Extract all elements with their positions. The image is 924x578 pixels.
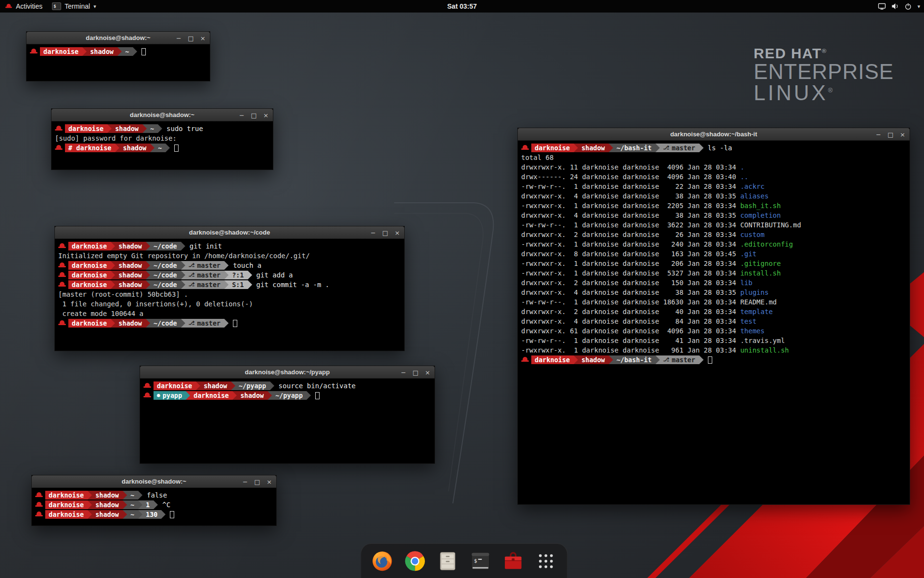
powerline-separator [224,271,229,279]
minimize-button[interactable]: − [176,35,182,42]
prompt-segment-user: darknoise [45,491,88,499]
prompt-segment-user: darknoise [154,381,196,390]
activities-button[interactable]: Activities [0,0,47,13]
terminal-prompt-line: darknoiseshadow~/bash-it⎇masterls -la [521,143,906,153]
output-text: drwxrwxr-x. 11 darknoise darknoise 4096 … [521,162,740,172]
git-branch-icon: ⎇ [663,355,669,365]
prompt-segment-user: darknoise [190,391,232,400]
redhat-prompt-icon [521,356,529,363]
maximize-button[interactable]: □ [887,131,894,138]
maximize-button[interactable]: □ [251,112,257,119]
powerline-separator [142,124,147,133]
terminal-prompt-line: darknoiseshadow~/code⎇mastertouch a [58,261,401,270]
prompt-segment-git: ⎇master [660,355,699,364]
powerline-separator [138,510,142,519]
file-cabinet-icon [436,550,459,572]
dock-item-chrome[interactable] [402,549,427,574]
output-text: drwxrwxr-x. 2 darknoise darknoise 40 Jan… [521,307,740,316]
terminal-output-line: drwxrwxr-x. 2 darknoise darknoise 150 Ja… [521,278,906,288]
terminal-content[interactable]: darknoiseshadow~/codegit initInitialized… [55,239,404,351]
dock-item-files[interactable] [435,549,460,574]
window-titlebar[interactable]: darknoise@shadow:~ − □ × [32,475,276,488]
terminal-output-line: -rwxrwxr-x. 1 darknoise darknoise 961 Ja… [521,345,906,355]
terminal-prompt-line: ●pyappdarknoiseshadow~/pyapp [143,391,431,400]
powerline-separator [655,144,660,152]
prompt-segment-path: ~ [147,124,158,133]
close-button[interactable]: × [899,131,906,138]
powerline-separator [146,261,150,270]
output-text: -rw-rw-r--. 1 darknoise darknoise 22 Jan… [521,182,740,191]
python-icon: ● [157,391,160,400]
minimize-button[interactable]: − [875,131,882,138]
powerline-separator [123,510,127,519]
file-name: .ackrc [740,182,765,191]
maximize-button[interactable]: □ [188,35,194,42]
powerline-separator [123,491,127,499]
terminal-prompt-line: # darknoiseshadow~ [55,143,270,153]
git-branch-icon: ⎇ [189,270,195,280]
close-button[interactable]: × [200,35,206,42]
powerline-separator [146,319,150,328]
minimize-button[interactable]: − [400,369,407,376]
maximize-button[interactable]: □ [254,478,260,486]
terminal-prompt-line: darknoiseshadow~130 [35,510,273,519]
prompt-segment-path: ~/code [150,242,181,250]
file-name: test [740,316,757,326]
window-titlebar[interactable]: darknoise@shadow:~/code − □ × [55,226,404,239]
maximize-button[interactable]: □ [412,369,419,376]
prompt-segment-path: ~ [154,144,166,152]
output-text: total 68 [521,153,553,162]
window-titlebar[interactable]: darknoise@shadow:~/pyapp − □ × [140,366,435,379]
window-titlebar[interactable]: darknoise@shadow:~ − □ × [51,109,273,121]
terminal-output-line: -rwxrwxr-x. 1 darknoise darknoise 2205 J… [521,201,906,210]
window-titlebar[interactable]: darknoise@shadow:~/bash-it − □ × [518,128,910,141]
command-text: ls -la [704,143,732,153]
maximize-button[interactable]: □ [382,229,388,236]
terminal-window-bash-it: darknoise@shadow:~/bash-it − □ × darknoi… [517,128,910,505]
svg-text:$: $ [474,557,477,563]
powerline-separator [138,500,142,509]
terminal-content[interactable]: darknoiseshadow~falsedarknoiseshadow~1^C… [32,488,276,525]
terminal-content[interactable]: darknoiseshadow~ [26,44,210,81]
command-text: source bin/activate [274,381,356,391]
powerline-separator [111,271,115,279]
dock-item-terminal[interactable]: $ [468,549,493,574]
minimize-button[interactable]: − [239,112,245,119]
prompt-segment-path: ~ [127,510,138,519]
close-button[interactable]: × [266,478,272,486]
redhat-prompt-icon [58,320,66,327]
git-branch-icon: ⎇ [189,261,195,270]
prompt-segment-host: shadow [115,242,146,250]
prompt-segment-user: darknoise [531,355,574,364]
system-status-area[interactable]: ▾ [878,0,920,13]
file-name: completion [740,210,781,220]
powerline-separator [609,144,613,152]
dock-item-toolbox[interactable] [500,549,526,574]
terminal-content[interactable]: darknoiseshadow~/pyappsource bin/activat… [140,379,435,463]
command-text: ^C [158,500,170,510]
powerline-separator [248,271,252,279]
close-button[interactable]: × [263,112,269,119]
prompt-segment-path: ~ [122,47,133,56]
terminal-content[interactable]: darknoiseshadow~sudo true[sudo] password… [51,121,273,170]
window-titlebar[interactable]: darknoise@shadow:~ − □ × [26,32,210,44]
prompt-segment-path: ~ [127,491,138,499]
terminal-content[interactable]: darknoiseshadow~/bash-it⎇masterls -latot… [518,141,910,504]
dock-item-app-grid[interactable] [533,549,558,574]
powerline-separator [161,510,166,519]
close-button[interactable]: × [394,229,400,236]
close-button[interactable]: × [424,369,431,376]
output-text: -rwxrwxr-x. 1 darknoise darknoise 240 Ja… [521,239,740,249]
redhat-prompt-icon [35,511,43,518]
minimize-button[interactable]: − [370,229,376,236]
git-branch-icon: ⎇ [189,280,195,289]
clock[interactable]: Sat 03:57 [447,2,476,10]
app-menu[interactable]: $ Terminal ▾ [47,0,101,13]
minimize-button[interactable]: − [242,478,248,486]
powerline-separator [248,280,252,289]
output-text: drwxrwxr-x. 4 darknoise darknoise 38 Jan… [521,288,740,297]
output-text: .travis.yml [740,336,785,345]
dock-item-firefox[interactable] [370,549,395,574]
redhat-prompt-icon [58,262,66,269]
powerline-separator [181,261,185,270]
